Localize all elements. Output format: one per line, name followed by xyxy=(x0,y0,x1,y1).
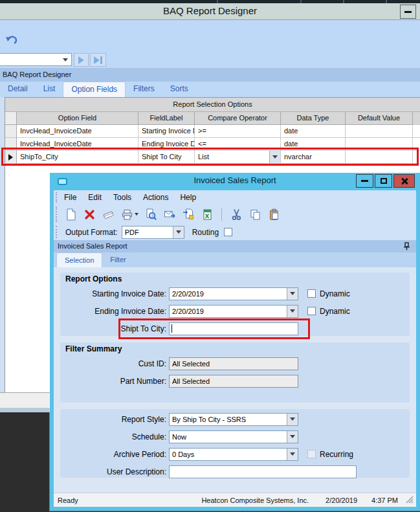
menu-edit[interactable]: Edit xyxy=(88,193,102,202)
combobox-value: List xyxy=(195,151,269,163)
recurring-checkbox[interactable] xyxy=(307,450,316,458)
archive-period-combobox[interactable]: 0 Days xyxy=(169,448,298,461)
tab-filters[interactable]: Filters xyxy=(126,82,162,97)
resize-grip[interactable] xyxy=(406,496,414,505)
undo-icon[interactable] xyxy=(5,34,19,49)
dialog-caption-bar: Invoiced Sales Report xyxy=(54,240,416,252)
baq-titlebar[interactable]: BAQ Report Designer xyxy=(0,3,420,20)
combobox-dropdown-icon[interactable] xyxy=(287,306,298,317)
menu-actions[interactable]: Actions xyxy=(143,193,168,202)
cell-field-label[interactable]: Shipt To City xyxy=(138,151,195,164)
schedule-combobox[interactable]: Now xyxy=(169,430,298,443)
user-description-input[interactable] xyxy=(169,465,357,478)
cell-option-field[interactable]: InvcHead_InvoiceDate xyxy=(17,138,138,151)
baq-query-combobox[interactable] xyxy=(0,53,72,66)
baq-minimize-button[interactable] xyxy=(400,5,416,19)
cell-field-label[interactable]: Starting Invoice D xyxy=(138,125,195,138)
run-button[interactable] xyxy=(74,53,89,67)
cell-option-field[interactable]: InvcHead_InvoiceDate xyxy=(17,125,138,138)
print-button-group[interactable] xyxy=(120,208,138,221)
ending-invoice-date-combobox[interactable]: 2/20/2019 xyxy=(169,305,298,318)
col-compare-operator[interactable]: Compare Operator xyxy=(195,112,281,125)
excel-icon[interactable] xyxy=(201,208,214,221)
new-document-icon[interactable] xyxy=(64,208,77,221)
toolbar-grip[interactable] xyxy=(56,206,57,222)
print-icon[interactable] xyxy=(120,208,133,221)
row-selector-cell[interactable] xyxy=(5,125,17,138)
cell-compare-operator[interactable]: >= xyxy=(195,125,281,138)
outputrow-grip[interactable] xyxy=(56,226,57,238)
run-to-end-button[interactable] xyxy=(90,53,106,67)
starting-invoice-date-row: Starting Invoice Date: 2/20/2019 Dynamic xyxy=(65,285,404,302)
cell-field-label[interactable]: Ending Invoice D xyxy=(138,138,195,151)
col-data-type[interactable]: Data Type xyxy=(281,112,346,125)
table-row-selected[interactable]: ShipTo_City Shipt To City List nvarchar xyxy=(5,151,420,164)
cell-data-type[interactable]: nvarchar xyxy=(281,151,346,164)
report-style-label: Report Style: xyxy=(65,415,169,424)
routing-checkbox[interactable] xyxy=(224,228,232,236)
paste-icon[interactable] xyxy=(267,208,280,221)
print-preview-icon[interactable] xyxy=(144,208,157,221)
compare-operator-combobox[interactable]: List xyxy=(195,151,280,163)
dialog-titlebar[interactable]: Invoiced Sales Report xyxy=(54,173,416,190)
schedule-value: Now xyxy=(170,431,298,443)
delete-icon[interactable] xyxy=(83,208,96,221)
schedule-row: Schedule: Now xyxy=(65,428,404,445)
row-selector-cell[interactable] xyxy=(5,138,17,151)
table-row[interactable]: InvcHead_InvoiceDate Starting Invoice D … xyxy=(5,125,420,138)
cell-compare-operator[interactable]: <= xyxy=(195,138,281,151)
cust-id-label: Cust ID: xyxy=(65,359,169,368)
table-row[interactable]: InvcHead_InvoiceDate Ending Invoice D <=… xyxy=(5,138,420,151)
cust-id-value: All Selected xyxy=(169,357,298,370)
print-dropdown-icon[interactable] xyxy=(135,213,138,216)
cell-data-type[interactable]: date xyxy=(281,138,346,151)
starting-dynamic-checkbox[interactable] xyxy=(307,289,316,298)
dialog-close-button[interactable] xyxy=(393,174,415,188)
submit-icon[interactable] xyxy=(163,208,176,221)
pin-icon[interactable] xyxy=(403,242,410,254)
tab-filter[interactable]: Filter xyxy=(102,252,133,267)
tab-option-fields[interactable]: Option Fields xyxy=(63,82,126,97)
combobox-dropdown-icon[interactable] xyxy=(287,288,298,300)
output-format-combobox[interactable]: PDF xyxy=(122,226,184,239)
cell-data-type[interactable]: date xyxy=(281,125,346,138)
combobox-dropdown-icon[interactable] xyxy=(287,449,298,460)
cell-compare-operator[interactable]: List xyxy=(195,151,281,164)
export-icon[interactable] xyxy=(182,208,195,221)
combobox-dropdown-icon[interactable] xyxy=(287,414,298,425)
menu-help[interactable]: Help xyxy=(180,193,196,202)
menu-tools[interactable]: Tools xyxy=(113,193,131,202)
col-field-label[interactable]: FieldLabel xyxy=(138,112,195,125)
cell-option-field[interactable]: ShipTo_City xyxy=(17,151,138,164)
ending-invoice-date-value: 2/20/2019 xyxy=(170,306,298,317)
col-default-value[interactable]: Default Value xyxy=(346,112,413,125)
report-style-value: By Ship To City - SSRS xyxy=(170,414,298,425)
cell-default-value[interactable] xyxy=(346,125,413,138)
combobox-dropdown-icon[interactable] xyxy=(287,431,298,443)
starting-invoice-date-combobox[interactable]: 2/20/2019 xyxy=(169,287,298,300)
schedule-label: Schedule: xyxy=(65,432,169,441)
menubar-grip[interactable] xyxy=(56,192,57,203)
report-style-combobox[interactable]: By Ship To City - SSRS xyxy=(169,413,298,426)
row-selector-cell[interactable] xyxy=(5,151,17,164)
tab-detail[interactable]: Detail xyxy=(0,82,36,97)
cut-icon[interactable] xyxy=(230,208,243,221)
user-description-label: User Description: xyxy=(65,467,169,476)
combobox-dropdown-icon[interactable] xyxy=(269,151,280,163)
tab-selection[interactable]: Selection xyxy=(56,252,102,267)
dialog-minimize-button[interactable] xyxy=(356,174,373,188)
shipto-city-input[interactable] xyxy=(169,322,298,335)
tab-sorts[interactable]: Sorts xyxy=(162,82,196,97)
copy-icon[interactable] xyxy=(249,208,261,221)
menu-file[interactable]: File xyxy=(64,193,76,202)
combobox-dropdown-icon[interactable] xyxy=(61,55,70,64)
tab-list[interactable]: List xyxy=(36,82,63,97)
cell-default-value[interactable] xyxy=(346,138,413,151)
report-options-title: Report Options xyxy=(65,274,404,285)
clear-icon[interactable] xyxy=(102,208,115,221)
combobox-dropdown-icon[interactable] xyxy=(173,227,184,238)
ending-dynamic-checkbox[interactable] xyxy=(307,307,316,315)
dialog-maximize-button[interactable] xyxy=(375,174,392,188)
cell-default-value[interactable] xyxy=(346,151,413,164)
col-option-field[interactable]: Option Field xyxy=(17,112,138,125)
